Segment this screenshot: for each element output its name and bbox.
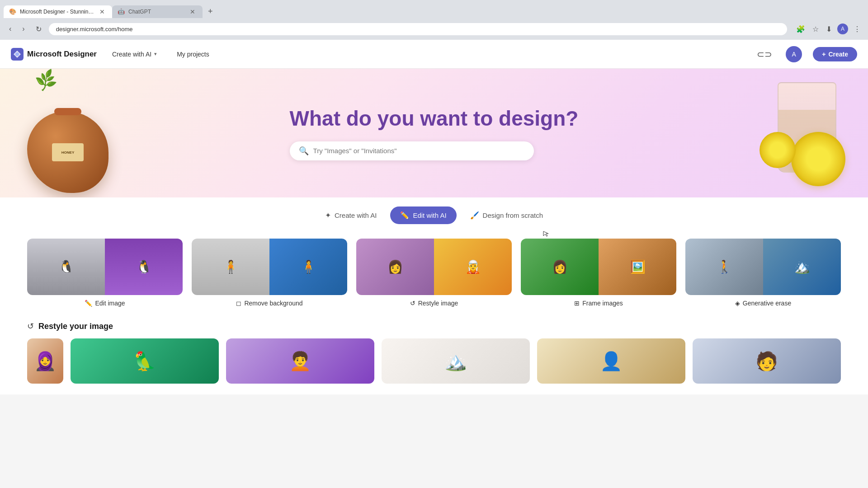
woman-photo-half: 👩 bbox=[521, 239, 599, 295]
edit-cards-section: 🐧 🐧 ✏️ Edit image 🧍 🧍 ◻ Remove backgroun… bbox=[0, 231, 868, 318]
reload-button[interactable]: ↻ bbox=[32, 23, 45, 35]
brand[interactable]: Microsoft Designer bbox=[11, 48, 97, 61]
card-generative-erase-preview: 🚶 🏔️ bbox=[685, 239, 841, 295]
address-input[interactable] bbox=[49, 23, 787, 35]
restyle-card-partial[interactable]: 🧕 bbox=[27, 338, 63, 384]
penguin-purple-half: 🐧 bbox=[105, 239, 183, 295]
create-plus-icon: + bbox=[822, 51, 826, 58]
create-button[interactable]: + Create bbox=[813, 47, 857, 61]
brand-name: Microsoft Designer bbox=[27, 50, 97, 59]
create-ai-icon: ✦ bbox=[325, 211, 331, 220]
settings-icon[interactable]: ⋮ bbox=[852, 23, 863, 35]
card-remove-bg[interactable]: 🧍 🧍 ◻ Remove background bbox=[192, 239, 347, 307]
tab-title-designer: Microsoft Designer - Stunning... bbox=[20, 9, 94, 15]
restyle-section: ↺ Restyle your image 🧕 🦜 🧑‍🦱 🏔️ 👤 🧑 bbox=[0, 318, 868, 394]
restyle-card-5[interactable]: 🧑 bbox=[693, 338, 841, 384]
download-icon[interactable]: ⬇ bbox=[824, 23, 834, 35]
tab-design-scratch[interactable]: 🖌️ Design from scratch bbox=[460, 206, 553, 224]
honey-jar-label: HONEY bbox=[52, 143, 84, 161]
bookmark-icon[interactable]: ☆ bbox=[811, 23, 821, 35]
tab-edit-ai-label: Edit with AI bbox=[413, 211, 446, 219]
woman-framed-half: 🖼️ bbox=[599, 239, 676, 295]
hero-content: What do you want to design? 🔍 bbox=[290, 106, 579, 160]
skater-bw-half: 🧍 bbox=[192, 239, 269, 295]
new-tab-button[interactable]: + bbox=[203, 5, 218, 18]
restyle-card-3[interactable]: 🏔️ bbox=[382, 338, 530, 384]
card-frame-images[interactable]: 👩 🖼️ ⊞ Frame images bbox=[521, 239, 676, 307]
forward-button[interactable]: › bbox=[19, 23, 28, 35]
card-remove-bg-preview: 🧍 🧍 bbox=[192, 239, 347, 295]
design-scratch-icon: 🖌️ bbox=[470, 211, 479, 220]
tab-close-designer[interactable]: ✕ bbox=[99, 8, 105, 15]
browser-icons: 🧩 ☆ ⬇ A ⋮ bbox=[794, 23, 863, 35]
card-frame-images-preview: 👩 🖼️ bbox=[521, 239, 676, 295]
restyle-section-header: ↺ Restyle your image bbox=[27, 321, 841, 331]
restyle-image-icon: ↺ bbox=[410, 300, 415, 307]
nav-my-projects-label: My projects bbox=[177, 51, 209, 58]
honey-jar-top bbox=[54, 108, 81, 115]
brand-logo bbox=[11, 48, 24, 61]
nav-create-ai[interactable]: Create with AI ▾ bbox=[108, 48, 161, 61]
mode-tabs: ✦ Create with AI ✏️ Edit with AI 🖌️ Desi… bbox=[0, 197, 868, 231]
card-edit-image-preview: 🐧 🐧 bbox=[27, 239, 183, 295]
card-edit-image-label: ✏️ Edit image bbox=[85, 300, 125, 307]
tab-close-chatgpt[interactable]: ✕ bbox=[190, 8, 195, 15]
card-restyle-image[interactable]: 👩 🧝 ↺ Restyle image bbox=[356, 239, 512, 307]
app: Microsoft Designer Create with AI ▾ My p… bbox=[0, 40, 868, 394]
browser-chrome: 🎨 Microsoft Designer - Stunning... ✕ 🤖 C… bbox=[0, 0, 868, 40]
tab-design-scratch-label: Design from scratch bbox=[483, 211, 543, 219]
profile-browser-icon[interactable]: A bbox=[837, 23, 848, 34]
card-restyle-image-preview: 👩 🧝 bbox=[356, 239, 512, 295]
search-input[interactable] bbox=[313, 147, 525, 155]
herb-decoration: 🌿 bbox=[33, 69, 59, 93]
card-generative-erase-label: ◈ Generative erase bbox=[735, 300, 791, 307]
hiker-real-half: 🚶 bbox=[685, 239, 763, 295]
woman-cartoon-half: 🧝 bbox=[434, 239, 512, 295]
card-remove-bg-label: ◻ Remove background bbox=[236, 300, 302, 307]
lemon-slice-big bbox=[791, 132, 845, 186]
restyle-card-2[interactable]: 🧑‍🦱 bbox=[226, 338, 374, 384]
hero-title: What do you want to design? bbox=[290, 106, 579, 131]
search-icon: 🔍 bbox=[299, 146, 309, 156]
restyle-card-1[interactable]: 🦜 bbox=[71, 338, 219, 384]
tab-title-chatgpt: ChatGPT bbox=[128, 9, 184, 15]
navbar: Microsoft Designer Create with AI ▾ My p… bbox=[0, 40, 868, 69]
card-edit-image[interactable]: 🐧 🐧 ✏️ Edit image bbox=[27, 239, 183, 307]
tab-edit-ai[interactable]: ✏️ Edit with AI bbox=[390, 206, 456, 224]
hero-section: 🌿 HONEY What do you want to design? 🔍 bbox=[0, 69, 868, 197]
generative-erase-icon: ◈ bbox=[735, 300, 740, 307]
nav-my-projects[interactable]: My projects bbox=[172, 48, 214, 61]
frame-images-icon: ⊞ bbox=[574, 300, 580, 307]
hero-left-decoration: 🌿 HONEY bbox=[9, 71, 149, 197]
lemon-slice-small bbox=[760, 132, 796, 168]
tab-create-ai-label: Create with AI bbox=[335, 211, 377, 219]
tab-create-ai[interactable]: ✦ Create with AI bbox=[315, 206, 387, 224]
tab-chatgpt[interactable]: 🤖 ChatGPT ✕ bbox=[112, 5, 203, 18]
skater-color-half: 🧍 bbox=[269, 239, 347, 295]
mountain-card: 🏔️ bbox=[382, 338, 530, 384]
extensions-icon[interactable]: 🧩 bbox=[794, 23, 807, 35]
hiker-lake-half: 🏔️ bbox=[763, 239, 841, 295]
card-generative-erase[interactable]: 🚶 🏔️ ◈ Generative erase bbox=[685, 239, 841, 307]
portrait-card: 👤 bbox=[537, 338, 685, 384]
restyle-card-4[interactable]: 👤 bbox=[537, 338, 685, 384]
nav-chevron-icon: ▾ bbox=[154, 51, 157, 57]
tab-favicon-designer: 🎨 bbox=[9, 8, 16, 15]
remove-bg-icon: ◻ bbox=[236, 300, 241, 307]
edit-image-icon: ✏️ bbox=[85, 300, 92, 307]
profile-nav-icon[interactable]: A bbox=[786, 46, 802, 62]
honey-jar: HONEY bbox=[27, 112, 108, 193]
hero-search-bar[interactable]: 🔍 bbox=[290, 141, 534, 160]
person-pixel-card: 🧑 bbox=[693, 338, 841, 384]
create-button-label: Create bbox=[828, 51, 848, 58]
browser-tab-bar: 🎨 Microsoft Designer - Stunning... ✕ 🤖 C… bbox=[0, 0, 868, 18]
card-frame-images-label: ⊞ Frame images bbox=[574, 300, 623, 307]
nav-create-ai-label: Create with AI bbox=[112, 51, 151, 58]
edit-ai-icon: ✏️ bbox=[400, 211, 409, 220]
card-restyle-image-label: ↺ Restyle image bbox=[410, 300, 458, 307]
restyle-grid: 🧕 🦜 🧑‍🦱 🏔️ 👤 🧑 bbox=[27, 338, 841, 384]
back-button[interactable]: ‹ bbox=[5, 23, 15, 35]
restyle-section-icon: ↺ bbox=[27, 321, 34, 331]
tab-designer[interactable]: 🎨 Microsoft Designer - Stunning... ✕ bbox=[4, 5, 112, 18]
share-nav-icon[interactable]: ⊂⊃ bbox=[754, 46, 775, 62]
